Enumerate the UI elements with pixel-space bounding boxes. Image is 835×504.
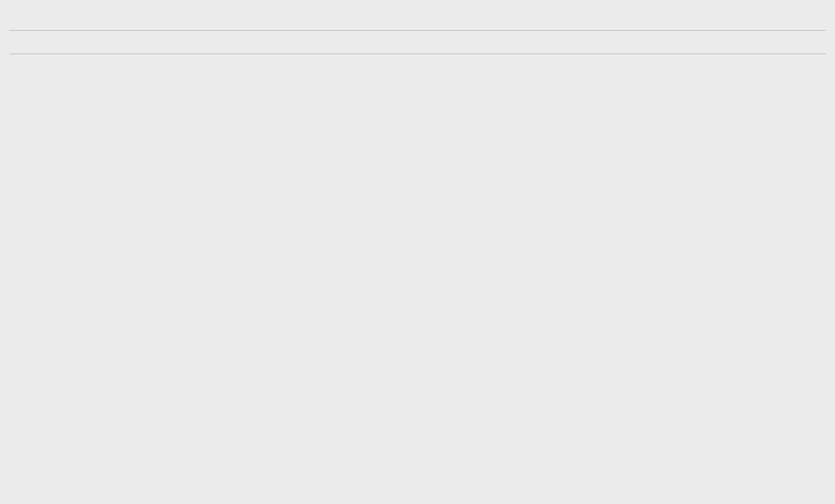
system-preferences-window bbox=[0, 0, 835, 504]
divider-1 bbox=[9, 30, 826, 31]
divider-2 bbox=[9, 53, 826, 54]
